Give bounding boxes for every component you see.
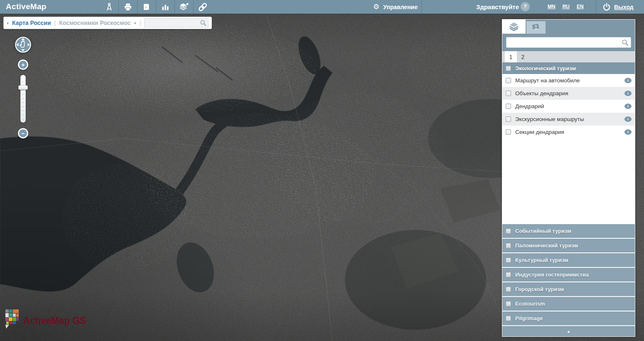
layer-page-tabs: 1 2 — [502, 51, 635, 62]
group-checkbox[interactable] — [506, 316, 511, 321]
info-icon[interactable]: i — [624, 78, 632, 83]
overlay-selector[interactable]: Космоснимки Роскосмос — [59, 20, 130, 26]
search-icon — [200, 20, 206, 26]
layer-group-expanded[interactable]: Экологический туризм — [502, 62, 635, 74]
tab-layers[interactable] — [502, 20, 526, 34]
group-label: Культурный туризм — [515, 257, 568, 263]
group-checkbox[interactable] — [506, 243, 511, 248]
panel-empty-area — [502, 138, 635, 223]
mapbar-divider: | — [140, 20, 141, 26]
legend-page-icon: ? — [531, 23, 541, 32]
info-icon[interactable]: i — [624, 129, 632, 135]
toolbar: i — [100, 0, 212, 14]
layer-checkbox[interactable] — [506, 129, 511, 135]
basemap-caret-icon[interactable]: ▾ — [7, 21, 9, 25]
group-checkbox[interactable] — [506, 287, 511, 292]
map-selector-bar: ▾ Карта России | Космоснимки Роскосмос ▾… — [3, 17, 212, 29]
layer-checkbox[interactable] — [506, 91, 511, 96]
info-icon[interactable]: i — [624, 116, 632, 122]
top-bar: ActiveMap i — [0, 0, 644, 14]
layer-group-collapsed[interactable]: Событийный туризм — [502, 223, 635, 238]
zoom-in-button[interactable]: + — [18, 59, 28, 70]
layer-group-collapsed[interactable]: Ecotourism — [502, 296, 635, 311]
layer-label: Экскурсионные маршруты — [515, 116, 620, 122]
zoom-slider[interactable] — [20, 75, 26, 123]
layer-item[interactable]: Маршрут на автомобиле i — [502, 74, 635, 87]
layer-checkbox[interactable] — [506, 104, 511, 109]
stats-icon[interactable] — [156, 0, 175, 14]
info-icon[interactable]: i — [624, 91, 632, 96]
gear-icon: ⚙ — [373, 3, 379, 10]
group-checkbox[interactable] — [506, 272, 511, 277]
layers-panel: ? 1 2 Экологический туризм Маршрут на ав… — [502, 19, 635, 337]
layer-group-collapsed[interactable]: Pilgrimage — [502, 311, 635, 325]
lang-mn[interactable]: MN — [548, 4, 556, 10]
app-title: ActiveMap — [6, 2, 47, 11]
logout-button[interactable]: Выход — [602, 0, 634, 14]
layer-checkbox[interactable] — [506, 116, 511, 122]
share-link-icon[interactable] — [194, 0, 212, 14]
layer-group-collapsed[interactable]: Индустрия гостеприимства — [502, 267, 635, 282]
group-label: Индустрия гостеприимства — [515, 272, 589, 278]
add-layer-icon[interactable] — [175, 0, 193, 14]
map-search — [144, 18, 209, 27]
layer-group-collapsed[interactable]: Городской туризм — [502, 282, 635, 296]
layers-icon — [509, 22, 519, 32]
management-label: Управление — [383, 4, 418, 10]
group-label: Pilgrimage — [515, 315, 543, 321]
layer-item[interactable]: Секции дендрария i — [502, 126, 635, 138]
layer-checkbox[interactable] — [506, 78, 511, 83]
layer-item[interactable]: Объекты дендрария i — [502, 87, 635, 100]
layer-group-collapsed[interactable]: Культурный туризм — [502, 252, 635, 267]
mapbar-divider: | — [54, 20, 56, 26]
group-checkbox[interactable] — [506, 301, 511, 306]
layer-label: Дендрарий — [515, 103, 620, 109]
greeting-text: Здравствуйте — [476, 3, 519, 10]
info-icon[interactable]: i — [624, 104, 632, 109]
power-icon — [602, 3, 611, 11]
group-label: Экологический туризм — [515, 65, 576, 72]
layer-label: Объекты дендрария — [515, 90, 620, 96]
layer-item[interactable]: Экскурсионные маршруты i — [502, 113, 635, 126]
group-checkbox[interactable] — [506, 257, 511, 263]
panel-collapse-button[interactable]: ▲ — [502, 325, 635, 336]
page-tab-2[interactable]: 2 — [517, 51, 529, 62]
layer-group-collapsed[interactable]: Паломнический туризм — [502, 238, 635, 252]
help-button[interactable]: ? — [521, 2, 530, 11]
page-tab-1[interactable]: 1 — [505, 51, 517, 62]
legend-book-icon[interactable]: i — [138, 0, 156, 14]
chevron-up-icon: ▲ — [567, 329, 570, 334]
logout-label: Выход — [614, 4, 634, 10]
group-checkbox[interactable] — [506, 66, 511, 71]
topbar-divider — [421, 0, 422, 14]
group-checkbox[interactable] — [506, 228, 511, 234]
layer-search — [502, 34, 635, 51]
language-switcher: MN RU EN — [548, 4, 584, 10]
group-label: Событийный туризм — [515, 228, 571, 234]
layer-label: Маршрут на автомобиле — [515, 77, 620, 84]
layer-search-input[interactable] — [506, 37, 631, 48]
map-search-input[interactable] — [144, 18, 209, 27]
layer-item[interactable]: Дендрарий i — [502, 100, 635, 113]
group-label: Паломнический туризм — [515, 242, 578, 249]
search-icon — [622, 39, 629, 46]
overlay-caret-icon[interactable]: ▾ — [134, 21, 136, 25]
group-label: Ecotourism — [515, 301, 545, 307]
panel-tabs: ? — [502, 20, 635, 34]
measure-icon[interactable] — [100, 0, 118, 14]
lang-en[interactable]: EN — [577, 4, 584, 10]
zoom-out-button[interactable]: − — [18, 128, 28, 138]
group-label: Городской туризм — [515, 286, 564, 292]
topbar-divider — [596, 0, 596, 14]
tab-legend[interactable]: ? — [526, 21, 546, 34]
basemap-selector[interactable]: Карта России — [12, 20, 51, 26]
print-icon[interactable] — [119, 0, 137, 14]
layer-label: Секции дендрария — [515, 129, 620, 135]
pan-control[interactable] — [15, 36, 32, 53]
zoom-slider-handle[interactable] — [18, 85, 28, 90]
management-button[interactable]: ⚙ Управление — [373, 0, 418, 14]
lang-ru[interactable]: RU — [563, 4, 570, 10]
